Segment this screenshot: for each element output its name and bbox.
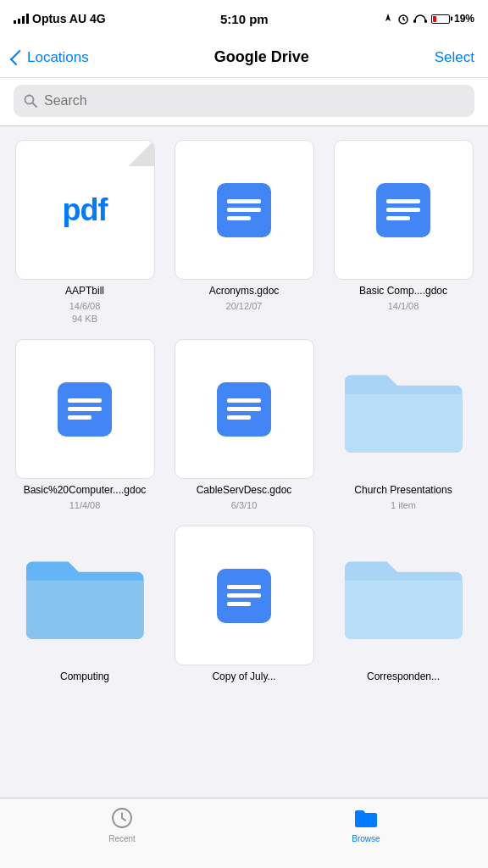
search-bar[interactable] <box>14 85 474 117</box>
list-item[interactable]: Corresponden... <box>329 526 478 686</box>
location-icon <box>383 14 393 24</box>
nav-bar: Locations Google Drive Select <box>0 37 488 78</box>
headphones-icon <box>413 14 427 24</box>
svg-line-9 <box>122 818 125 821</box>
clock-icon <box>109 805 135 831</box>
search-icon <box>24 94 37 108</box>
file-meta: 1 item <box>391 499 416 512</box>
status-left: Optus AU 4G <box>14 12 106 25</box>
signal-icon <box>14 14 29 24</box>
file-meta: 6/3/10 <box>231 499 258 512</box>
select-button[interactable]: Select <box>435 49 474 66</box>
file-name: Computing <box>60 670 109 684</box>
tab-recent-label: Recent <box>108 834 136 843</box>
page-title: Google Drive <box>214 48 309 66</box>
battery-icon <box>431 14 450 24</box>
tab-browse[interactable]: Browse <box>244 805 488 843</box>
battery-label: 19% <box>454 13 474 25</box>
network-label: 4G <box>90 12 106 25</box>
svg-line-6 <box>33 103 37 108</box>
file-meta: 14/1/08 <box>388 300 419 313</box>
file-name: Church Presentations <box>354 484 452 498</box>
svg-line-2 <box>403 19 405 20</box>
carrier-label: Optus AU <box>32 12 86 25</box>
status-time: 5:10 pm <box>220 12 269 26</box>
alarm-icon <box>397 13 409 25</box>
status-bar: Optus AU 4G 5:10 pm 19% <box>0 0 488 37</box>
tab-browse-label: Browse <box>352 834 380 843</box>
file-meta: 14/6/0894 KB <box>69 300 101 326</box>
browse-folder-icon <box>353 805 379 831</box>
file-name: AAPTbill <box>65 285 104 298</box>
status-right: 19% <box>383 13 474 25</box>
svg-rect-3 <box>413 19 416 23</box>
list-item[interactable]: Computing <box>10 526 159 686</box>
list-item[interactable]: pdf AAPTbill 14/6/0894 KB <box>10 140 159 326</box>
tab-bar: Recent Browse <box>0 798 488 868</box>
file-name: Acronyms.gdoc <box>209 285 280 298</box>
file-name: Corresponden... <box>367 670 440 684</box>
file-name: Copy of July... <box>212 670 275 684</box>
list-item[interactable]: Basic%20Computer....gdoc 11/4/08 <box>10 339 159 512</box>
list-item[interactable]: CableServDesc.gdoc 6/3/10 <box>169 339 319 512</box>
back-chevron-icon <box>10 49 25 64</box>
file-meta: 11/4/08 <box>69 499 101 512</box>
svg-rect-4 <box>424 19 427 23</box>
list-item[interactable]: Acronyms.gdoc 20/12/07 <box>169 140 319 326</box>
list-item[interactable]: Church Presentations 1 item <box>329 339 478 512</box>
search-input[interactable] <box>44 93 464 108</box>
list-item[interactable]: Copy of July... <box>169 526 319 686</box>
tab-recent[interactable]: Recent <box>0 805 244 843</box>
search-bar-container <box>0 78 488 125</box>
file-name: CableServDesc.gdoc <box>197 484 292 498</box>
file-meta: 20/12/07 <box>226 300 263 313</box>
back-label: Locations <box>27 49 89 66</box>
list-item[interactable]: Basic Comp....gdoc 14/1/08 <box>329 140 478 326</box>
back-button[interactable]: Locations <box>14 49 89 66</box>
file-grid: pdf AAPTbill 14/6/0894 KB Acronyms.gdoc … <box>0 126 488 699</box>
file-name: Basic Comp....gdoc <box>359 285 447 298</box>
file-name: Basic%20Computer....gdoc <box>24 484 147 498</box>
